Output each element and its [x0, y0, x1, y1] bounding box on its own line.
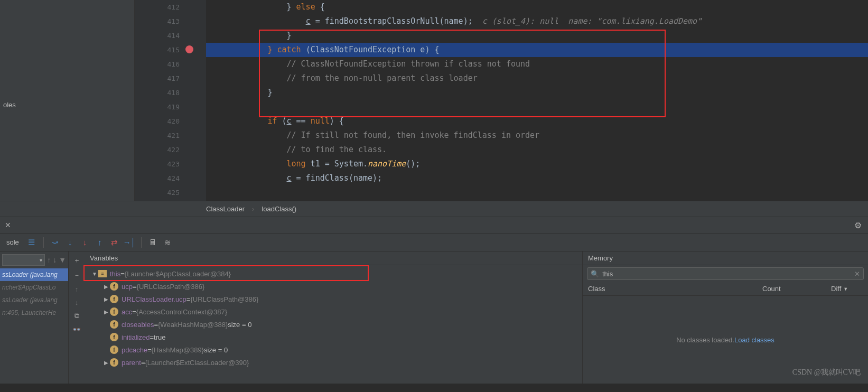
sidebar-item[interactable]: oles [0, 99, 134, 111]
remove-watch-icon[interactable]: － [73, 270, 80, 280]
search-icon: 🔍 [591, 270, 599, 278]
force-step-into-icon[interactable]: ↓ [79, 236, 91, 249]
step-into-icon[interactable]: ↓ [64, 236, 77, 249]
project-sidebar[interactable]: oles [0, 0, 135, 201]
close-icon[interactable]: ✕ [0, 221, 16, 229]
col-class[interactable]: Class [583, 285, 762, 293]
step-out-icon[interactable]: ↑ [94, 236, 106, 249]
variables-header: Variables [85, 251, 582, 265]
variable-row[interactable]: ▶fucp = {URLClassPath@386} [85, 280, 582, 293]
frames-panel: ▾ ↑ ↓ ▼ ssLoader (java.langncher$AppClas… [0, 251, 69, 384]
clear-icon[interactable]: ✕ [854, 270, 860, 278]
fold-column[interactable] [195, 0, 206, 201]
col-count[interactable]: Count [762, 285, 831, 293]
breadcrumb-sep: › [252, 205, 254, 213]
line-gutter[interactable]: 4124134144154164174184194204214224234244… [135, 0, 195, 201]
variable-row[interactable]: finitialized = true [85, 331, 582, 343]
glasses-icon[interactable]: 👓 [72, 325, 81, 333]
next-frame-icon[interactable]: ↓ [53, 256, 57, 264]
down-icon[interactable]: ↓ [75, 298, 79, 306]
filter-icon[interactable]: ▼ [59, 256, 66, 264]
memory-header: Memory [583, 251, 868, 265]
variable-row[interactable]: ▶facc = {AccessControlContext@387} [85, 305, 582, 318]
code-editor[interactable]: } else { c = findBootstrapClassOrNull(na… [206, 0, 868, 201]
breadcrumb[interactable]: ClassLoader › loadClass() [0, 201, 868, 217]
debug-toolbar: sole ☰ ⤻ ↓ ↓ ↑ ⇄ →│ 🖩 ≋ [0, 234, 868, 251]
layout-icon[interactable]: ☰ [25, 236, 38, 249]
col-diff[interactable]: Diff ▼ [831, 285, 868, 293]
memory-search-input[interactable]: 🔍 this ✕ [587, 267, 864, 280]
debug-toolwindow-header: ✕ ⚙ [0, 217, 868, 234]
thread-dropdown[interactable]: ▾ [2, 254, 45, 266]
frame-row[interactable]: ssLoader (java.lang [0, 294, 68, 306]
watermark: CSDN @我就叫CV吧 [792, 368, 861, 377]
frame-row[interactable]: ncher$AppClassLo [0, 281, 68, 294]
prev-frame-icon[interactable]: ↑ [47, 256, 51, 264]
step-over-icon[interactable]: ⤻ [49, 236, 62, 249]
evaluate-icon[interactable]: 🖩 [147, 236, 160, 249]
drop-frame-icon[interactable]: ⇄ [108, 236, 121, 249]
load-classes-link[interactable]: Load classes [734, 336, 774, 344]
memory-columns: Class Count Diff ▼ [583, 282, 868, 296]
frame-row[interactable]: ssLoader (java.lang [0, 268, 68, 281]
trace-icon[interactable]: ≋ [162, 236, 174, 249]
up-icon[interactable]: ↑ [75, 285, 79, 293]
variables-panel: ＋ － ↑ ↓ ⧉ 👓 Variables ▼≡this = {Launcher… [69, 251, 583, 384]
frame-row[interactable]: n:495, LauncherHe [0, 306, 68, 319]
console-tab[interactable]: sole [2, 238, 23, 246]
variable-row[interactable]: fcloseables = {WeakHashMap@388} size = 0 [85, 318, 582, 331]
variable-row[interactable]: fpdcache = {HashMap@389} size = 0 [85, 343, 582, 356]
copy-icon[interactable]: ⧉ [74, 312, 79, 320]
variable-row[interactable]: ▶fparent = {Launcher$ExtClassLoader@390} [85, 356, 582, 369]
variable-row[interactable]: ▶fURLClassLoader.ucp = {URLClassPath@386… [85, 293, 582, 305]
add-watch-icon[interactable]: ＋ [73, 256, 80, 265]
breadcrumb-class[interactable]: ClassLoader [206, 205, 245, 213]
variables-tree[interactable]: ▼≡this = {Launcher$AppClassLoader@384}▶f… [85, 265, 582, 371]
variable-row[interactable]: ▼≡this = {Launcher$AppClassLoader@384} [85, 267, 582, 280]
run-to-cursor-icon[interactable]: →│ [123, 236, 136, 249]
breadcrumb-method[interactable]: loadClass() [262, 205, 296, 213]
variables-sidebar: ＋ － ↑ ↓ ⧉ 👓 [69, 251, 85, 384]
search-text: this [602, 270, 613, 278]
memory-panel: Memory 🔍 this ✕ Class Count Diff ▼ No cl… [583, 251, 868, 384]
gear-icon[interactable]: ⚙ [854, 220, 862, 230]
